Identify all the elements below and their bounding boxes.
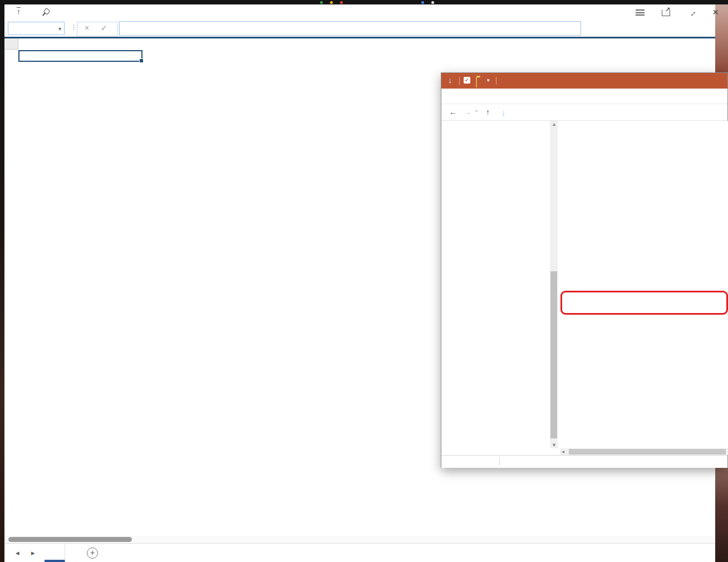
explorer-titlebar[interactable]: ↓ ✓ ▾: [441, 73, 727, 89]
up-icon[interactable]: ↑: [486, 107, 490, 116]
view-switcher-icon[interactable]: [636, 9, 645, 16]
formula-bar: ▾ ⋮ × ✓: [4, 21, 715, 37]
enter-icon[interactable]: ✓: [101, 23, 107, 32]
tree-scrollbar[interactable]: ▲ ▼: [550, 121, 558, 448]
resize-icon[interactable]: ↔: [686, 6, 699, 19]
favicon-dot: [431, 1, 434, 4]
sheet-horizontal-scrollbar[interactable]: [4, 536, 715, 543]
explorer-status-bar: [441, 455, 727, 468]
forward-icon[interactable]: →: [464, 107, 471, 116]
namebox-dropdown-icon[interactable]: ▾: [58, 22, 61, 36]
red-annotation-box: [560, 291, 728, 315]
file-list-horizontal-scrollbar[interactable]: ◂: [560, 448, 728, 455]
status-separator: [499, 457, 500, 466]
titlebar-separator: [459, 77, 460, 85]
active-cell-outline: [18, 50, 142, 62]
cancel-icon[interactable]: ×: [85, 23, 89, 32]
scrollbar-thumb[interactable]: [550, 271, 557, 438]
screen: ↑ ↗ ↔ × ▾ ⋮ × ✓ ◂ ▸ + ↓ ✓ ▾: [0, 0, 728, 562]
fill-handle[interactable]: [139, 58, 144, 63]
select-all-corner[interactable]: [4, 38, 18, 50]
scrollbar-thumb[interactable]: [569, 449, 726, 455]
navigation-tree: [441, 121, 550, 448]
explorer-address-bar: ← → › ↑ ↓: [441, 104, 727, 121]
background-photo-left: [0, 4, 4, 562]
explorer-ribbon-tabs: [441, 89, 727, 104]
file-list: [560, 121, 728, 448]
favicon-dot: [340, 1, 343, 4]
back-icon[interactable]: ←: [449, 107, 457, 116]
upload-icon[interactable]: ↑: [17, 7, 21, 16]
prev-sheet-icon[interactable]: ◂: [16, 549, 19, 557]
close-icon[interactable]: ×: [712, 6, 719, 18]
tab-sheet3[interactable]: [45, 544, 65, 562]
next-sheet-icon[interactable]: ▸: [31, 549, 35, 557]
column-headers: [4, 38, 715, 50]
scroll-down-icon[interactable]: ▼: [552, 442, 557, 448]
browser-tab-strip: [0, 0, 728, 4]
dropdown-icon[interactable]: ▾: [487, 77, 490, 83]
scrollbar-thumb[interactable]: [8, 537, 132, 542]
checkbox-icon[interactable]: ✓: [464, 77, 470, 84]
formula-input[interactable]: [119, 21, 581, 36]
favicon-dot: [330, 1, 333, 4]
sheet-tab-bar: ◂ ▸ +: [4, 543, 715, 562]
formula-buttons: × ✓: [77, 22, 118, 36]
favicon-dot: [320, 1, 323, 4]
history-dropdown-icon[interactable]: ›: [476, 107, 478, 114]
viewer-toolbar: ↑ ↗ ↔ ×: [4, 4, 715, 21]
scroll-left-icon[interactable]: ◂: [562, 448, 564, 455]
file-explorer-window: ↓ ✓ ▾ ← → › ↑ ↓ ▲ ▼ ◂: [441, 72, 728, 468]
folder-icon[interactable]: [476, 77, 477, 87]
pin-icon[interactable]: [40, 6, 52, 19]
name-box[interactable]: ▾: [8, 22, 65, 35]
scroll-up-icon[interactable]: ▲: [552, 121, 557, 127]
favicon-dot: [421, 1, 424, 4]
downloads-arrow-icon: ↓: [501, 107, 506, 117]
titlebar-separator: [496, 77, 496, 85]
add-sheet-icon[interactable]: +: [87, 548, 98, 559]
share-arrow-icon: ↗: [665, 6, 670, 13]
downloads-arrow-icon: ↓: [448, 75, 452, 85]
